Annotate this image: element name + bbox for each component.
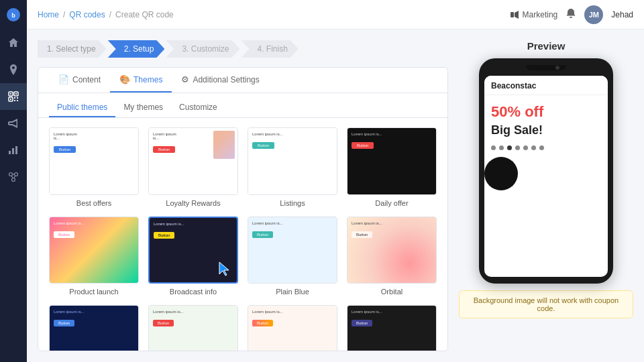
breadcrumb-qrcodes[interactable]: QR codes bbox=[69, 10, 105, 19]
theme-preview-dark-alt: Lorem ipsum is... Button bbox=[347, 305, 437, 351]
theme-loyalty-rewards[interactable]: Lorem ipsumis... Button Loyalty Rewards bbox=[148, 127, 238, 207]
marketing-label: Marketing bbox=[510, 10, 558, 19]
theme-dark-alt[interactable]: Lorem ipsum is... Button Dark Alt bbox=[347, 305, 437, 351]
svg-rect-6 bbox=[15, 93, 17, 95]
breadcrumb-home[interactable]: Home bbox=[38, 10, 59, 19]
theme-preview-plainblue: Lorem ipsum is... Button bbox=[248, 217, 337, 284]
tab-content[interactable]: 📄 Content bbox=[49, 68, 110, 93]
theme-preview-network: Lorem ipsum is... Button bbox=[49, 305, 139, 351]
bell-icon[interactable] bbox=[566, 8, 576, 21]
svg-rect-8 bbox=[14, 97, 15, 99]
breadcrumb-sep2: / bbox=[109, 10, 111, 19]
svg-line-20 bbox=[14, 176, 16, 178]
svg-line-19 bbox=[11, 176, 13, 178]
theme-preview-orbital: Lorem ipsum is... Button bbox=[347, 217, 437, 284]
step-finish[interactable]: 4. Finish bbox=[241, 40, 298, 58]
sidebar-location-icon[interactable] bbox=[0, 56, 27, 83]
content-tab-icon: 📄 bbox=[58, 74, 69, 84]
theme-preview-leaf: Lorem ipsum is... Button 🌿 bbox=[148, 305, 238, 351]
theme-listings[interactable]: Lorem ipsum is... Button Listings bbox=[248, 127, 337, 207]
tab-header: 📄 Content 🎨 Themes ⚙ Additional Settings bbox=[38, 68, 447, 93]
theme-name-orbital: Orbital bbox=[381, 288, 402, 296]
dot-7 bbox=[539, 145, 544, 150]
dot-1 bbox=[491, 145, 496, 150]
theme-network[interactable]: Lorem ipsum is... Button Network bbox=[49, 305, 139, 351]
breadcrumb: Home / QR codes / Create QR code bbox=[38, 10, 174, 19]
phone-content: 50% off Big Sale! bbox=[484, 95, 608, 198]
phone-sale-text: 50% off bbox=[491, 103, 601, 121]
theme-preview-best-offers: Lorem ipsumis... Button bbox=[49, 127, 139, 195]
theme-preview-loyalty: Lorem ipsumis... Button bbox=[148, 127, 238, 195]
svg-rect-14 bbox=[15, 146, 17, 154]
themes-tab-icon: 🎨 bbox=[119, 74, 130, 84]
sidebar-qr-icon[interactable] bbox=[0, 83, 27, 110]
tab-panel: 📄 Content 🎨 Themes ⚙ Additional Settings… bbox=[38, 67, 448, 351]
themes-grid: Lorem ipsumis... Button Best offers Lore… bbox=[38, 118, 447, 351]
phone-header: Beaconstac bbox=[484, 76, 608, 95]
breadcrumb-current: Create QR code bbox=[115, 10, 174, 19]
phone-camera bbox=[555, 66, 559, 70]
theme-name-listings: Listings bbox=[280, 199, 305, 207]
topbar: Home / QR codes / Create QR code Marketi… bbox=[27, 0, 644, 29]
step-setup[interactable]: 2. Setup bbox=[108, 40, 165, 58]
svg-rect-7 bbox=[10, 99, 11, 100]
theme-preview-listings: Lorem ipsum is... Button bbox=[248, 127, 337, 195]
sub-tabs: Public themes My themes Customize bbox=[38, 93, 447, 118]
svg-text:b: b bbox=[11, 12, 15, 19]
theme-name-loyalty: Loyalty Rewards bbox=[166, 199, 220, 207]
theme-name-daily: Daily offer bbox=[375, 199, 408, 207]
svg-rect-12 bbox=[9, 151, 11, 154]
theme-name-best-offers: Best offers bbox=[76, 199, 111, 207]
preview-title: Preview bbox=[527, 40, 566, 52]
phone-dots bbox=[491, 145, 601, 150]
logo[interactable]: b bbox=[0, 0, 27, 29]
sidebar-integrations-icon[interactable] bbox=[0, 164, 27, 190]
theme-preview-daily: Lorem ipsum is... Button bbox=[347, 127, 437, 195]
sub-tab-customize[interactable]: Customize bbox=[171, 99, 225, 117]
sidebar-megaphone-icon[interactable] bbox=[0, 110, 27, 137]
svg-rect-10 bbox=[14, 100, 15, 101]
theme-daily-offer[interactable]: Lorem ipsum is... Button Daily offer bbox=[347, 127, 437, 207]
theme-preview-coral: Lorem ipsum is... Button bbox=[248, 305, 337, 351]
theme-plain-blue[interactable]: Lorem ipsum is... Button Plain Blue bbox=[248, 217, 337, 296]
svg-marker-22 bbox=[219, 262, 229, 276]
phone-notch bbox=[526, 65, 566, 70]
theme-product-launch[interactable]: Lorem ipsum is... Button Product launch bbox=[49, 217, 139, 296]
svg-rect-9 bbox=[17, 97, 18, 99]
svg-point-16 bbox=[15, 173, 18, 176]
svg-point-15 bbox=[9, 173, 13, 176]
cursor-icon bbox=[217, 261, 233, 277]
sub-tab-public-themes[interactable]: Public themes bbox=[49, 99, 115, 117]
theme-broadcast-info[interactable]: Lorem ipsum is... Button Broadcast info bbox=[148, 217, 238, 296]
step-select-type[interactable]: 1. Select type bbox=[38, 40, 107, 58]
dot-4 bbox=[515, 145, 520, 150]
theme-orbital[interactable]: Lorem ipsum is... Button Orbital bbox=[347, 217, 437, 296]
dot-5 bbox=[523, 145, 528, 150]
avatar[interactable]: JM bbox=[584, 5, 603, 24]
main-area: Home / QR codes / Create QR code Marketi… bbox=[27, 0, 644, 362]
theme-best-offers[interactable]: Lorem ipsumis... Button Best offers bbox=[49, 127, 139, 207]
sub-tab-my-themes[interactable]: My themes bbox=[115, 99, 171, 117]
tab-additional-settings[interactable]: ⚙ Additional Settings bbox=[172, 68, 268, 93]
sidebar-chart-icon[interactable] bbox=[0, 137, 27, 164]
svg-rect-13 bbox=[12, 148, 14, 154]
topbar-right: Marketing JM Jehad bbox=[510, 5, 633, 24]
content-area: 1. Select type 2. Setup 3. Customize 4. … bbox=[27, 29, 644, 362]
phone-screen: Beaconstac 50% off Big Sale! bbox=[484, 76, 608, 277]
user-name: Jehad bbox=[611, 10, 633, 19]
tab-themes[interactable]: 🎨 Themes bbox=[110, 68, 172, 93]
settings-tab-icon: ⚙ bbox=[181, 74, 189, 84]
theme-preview-broadcast: Lorem ipsum is... Button bbox=[148, 217, 238, 284]
theme-name-broadcast: Broadcast info bbox=[170, 288, 217, 296]
step-customize[interactable]: 3. Customize bbox=[166, 40, 239, 58]
theme-name-plainblue: Plain Blue bbox=[276, 288, 309, 296]
steps: 1. Select type 2. Setup 3. Customize 4. … bbox=[38, 40, 448, 58]
theme-preview-product: Lorem ipsum is... Button bbox=[49, 217, 139, 284]
svg-rect-21 bbox=[511, 12, 514, 17]
sidebar-home-icon[interactable] bbox=[0, 29, 27, 56]
svg-point-17 bbox=[12, 178, 15, 182]
theme-coral[interactable]: Lorem ipsum is... Button Coral bbox=[248, 305, 337, 351]
warning-box: Background image will not work with coup… bbox=[459, 290, 633, 318]
phone-frame: Beaconstac 50% off Big Sale! bbox=[479, 58, 613, 284]
theme-leaf[interactable]: Lorem ipsum is... Button 🌿 Leaf bbox=[148, 305, 238, 351]
